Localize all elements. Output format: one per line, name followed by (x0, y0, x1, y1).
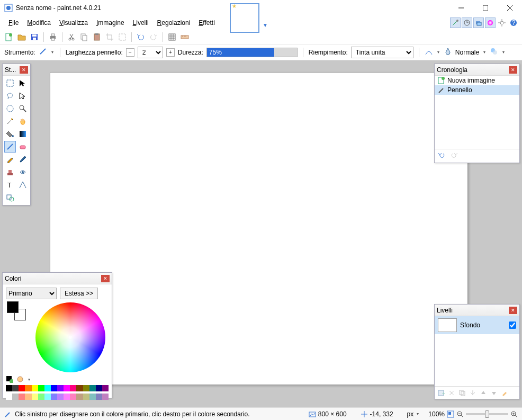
toggle-history-icon[interactable] (462, 17, 472, 28)
palette-swatch[interactable] (102, 385, 109, 391)
toggle-colors-icon[interactable] (485, 17, 496, 28)
palette-swatch[interactable] (44, 385, 51, 391)
zoom-window-icon[interactable] (447, 410, 454, 418)
clone-tool[interactable] (4, 166, 16, 178)
layers-close-icon[interactable]: ✕ (509, 307, 517, 314)
palette-swatch[interactable] (12, 385, 19, 391)
ellipse-select-tool[interactable] (4, 103, 16, 114)
toggle-layers-icon[interactable] (473, 17, 484, 28)
palette-swatch[interactable] (51, 394, 57, 400)
rect-select-tool[interactable] (4, 77, 16, 89)
cut-icon[interactable] (67, 32, 76, 42)
layer-merge-icon[interactable] (469, 389, 477, 397)
antialias-icon[interactable] (425, 47, 433, 57)
document-thumbnail[interactable]: ★ (230, 3, 259, 33)
history-item[interactable]: Pennello (435, 85, 519, 95)
toggle-tools-icon[interactable] (450, 17, 461, 28)
palette-row[interactable] (6, 385, 109, 391)
layer-overwrite-icon[interactable] (490, 47, 498, 57)
colors-close-icon[interactable]: ✕ (101, 275, 110, 282)
gradient-tool[interactable] (17, 128, 29, 140)
move-pixels-tool[interactable] (17, 90, 29, 102)
crop-icon[interactable] (105, 32, 114, 42)
palette-swatch[interactable] (32, 394, 38, 400)
overwrite-dropdown-icon[interactable]: ▾ (501, 50, 506, 55)
tool-dropdown-icon[interactable]: ▾ (50, 50, 55, 55)
open-icon[interactable] (17, 32, 26, 42)
antialias-dropdown-icon[interactable]: ▾ (436, 50, 440, 55)
layers-panel-header[interactable]: Livelli ✕ (435, 305, 519, 316)
close-button[interactable] (498, 0, 522, 16)
color-swatches[interactable] (7, 301, 26, 320)
menu-adjust[interactable]: Regolazioni (153, 18, 195, 28)
palette-swatch[interactable] (25, 394, 31, 400)
history-close-icon[interactable]: ✕ (509, 66, 517, 74)
palette-swatch[interactable] (19, 385, 25, 391)
grid-icon[interactable] (167, 32, 177, 42)
palette-swatch[interactable] (57, 385, 64, 391)
help-icon[interactable]: ? (508, 17, 519, 28)
settings-icon[interactable] (497, 17, 507, 28)
palette-swatch[interactable] (102, 394, 109, 400)
paste-icon[interactable] (92, 32, 102, 42)
palette-swatch[interactable] (89, 394, 96, 400)
unit-dropdown-icon[interactable]: ▾ (416, 412, 420, 416)
palette-swatch[interactable] (51, 385, 57, 391)
palette-swatch[interactable] (44, 394, 51, 400)
palette-swatch[interactable] (96, 394, 102, 400)
palette-swatch[interactable] (38, 385, 44, 391)
canvas[interactable] (50, 72, 468, 385)
maximize-button[interactable] (473, 0, 498, 16)
copy-icon[interactable] (79, 32, 89, 42)
layer-visible-checkbox[interactable] (509, 321, 516, 329)
fill-select[interactable]: Tinta unita (351, 47, 413, 58)
layer-duplicate-icon[interactable] (458, 389, 466, 397)
line-tool[interactable] (17, 179, 29, 191)
palette-swatch[interactable] (6, 394, 12, 400)
hardness-slider[interactable]: 75% (206, 48, 298, 57)
color-expand-button[interactable]: Estesa >> (60, 288, 98, 299)
history-redo-icon[interactable] (449, 152, 458, 159)
new-icon[interactable] (4, 32, 14, 42)
palette-swatch[interactable] (64, 385, 70, 391)
pencil-tool[interactable] (4, 154, 16, 165)
width-minus-button[interactable]: − (126, 48, 134, 57)
fill-tool[interactable] (4, 128, 16, 140)
colors-panel-header[interactable]: Colori ✕ (3, 273, 112, 284)
palette-swatch[interactable] (83, 385, 89, 391)
tools-panel-header[interactable]: St... ✕ (3, 64, 30, 76)
brush-width-input[interactable]: 2 (138, 47, 163, 58)
zoom-value[interactable]: 100% (428, 410, 445, 418)
pan-tool[interactable] (17, 115, 29, 127)
save-icon[interactable] (30, 32, 39, 42)
recolor-tool[interactable] (17, 166, 29, 178)
history-item[interactable]: Nuova immagine (435, 76, 519, 85)
palette-swatch[interactable] (25, 385, 31, 391)
eraser-tool[interactable] (17, 141, 29, 153)
history-undo-icon[interactable] (438, 152, 446, 159)
eyedropper-tool[interactable] (17, 154, 29, 165)
zoom-in-icon[interactable] (510, 410, 518, 418)
layer-props-icon[interactable] (500, 389, 509, 397)
palette-swatch[interactable] (6, 385, 12, 391)
current-tool-icon[interactable] (39, 47, 47, 57)
deselect-icon[interactable] (118, 32, 127, 42)
width-plus-button[interactable]: + (166, 48, 175, 57)
wand-tool[interactable] (4, 115, 16, 127)
redo-icon[interactable] (149, 32, 158, 42)
palette-swatch[interactable] (96, 385, 102, 391)
tools-close-icon[interactable]: ✕ (20, 66, 28, 74)
layer-down-icon[interactable] (490, 389, 498, 397)
print-icon[interactable] (48, 32, 58, 42)
brush-tool[interactable] (4, 141, 16, 153)
zoom-slider[interactable] (466, 413, 508, 415)
palette-swatch[interactable] (57, 394, 64, 400)
text-tool[interactable]: T (4, 179, 16, 191)
palette-swatch[interactable] (70, 394, 76, 400)
color-which-select[interactable]: Primario (6, 288, 57, 299)
layer-up-icon[interactable] (479, 389, 488, 397)
palette-swatch[interactable] (38, 394, 44, 400)
menu-image[interactable]: Immagine (92, 18, 129, 28)
layer-item[interactable]: Sfondo (435, 316, 519, 334)
menu-edit[interactable]: Modifica (23, 18, 55, 28)
